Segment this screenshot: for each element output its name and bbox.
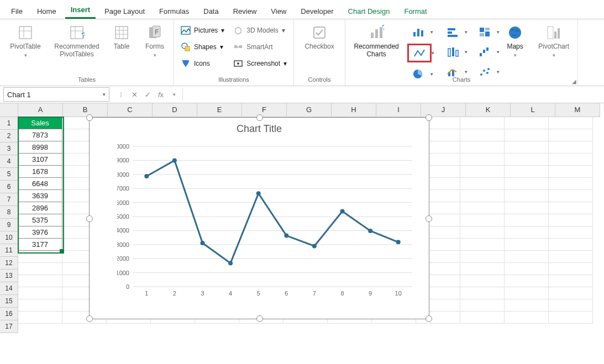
tab-developer[interactable]: Developer — [295, 4, 339, 19]
column-header[interactable]: G — [287, 103, 332, 117]
tab-data[interactable]: Data — [198, 4, 224, 19]
cell[interactable] — [505, 202, 549, 214]
column-chart-button[interactable]: ▾ — [407, 24, 429, 40]
cell[interactable] — [460, 299, 505, 312]
hierarchy-chart-button[interactable]: ▾ — [474, 24, 496, 40]
cell[interactable] — [18, 312, 62, 324]
column-header[interactable]: A — [18, 103, 63, 117]
row-header[interactable]: 11 — [0, 244, 18, 257]
pictures-button[interactable]: Pictures ▾ — [178, 24, 227, 37]
cell[interactable] — [18, 287, 62, 299]
column-header[interactable]: C — [108, 103, 153, 117]
pivot-table-button[interactable]: PivotTable ▾ — [4, 22, 46, 61]
tab-format[interactable]: Format — [398, 4, 432, 19]
cell[interactable] — [460, 154, 505, 166]
grid-body[interactable]: Sales78738998310716786648363928965375397… — [18, 117, 604, 324]
row-header[interactable]: 16 — [0, 308, 18, 320]
column-header[interactable]: K — [466, 103, 511, 117]
cancel-icon[interactable]: ✕ — [129, 91, 139, 99]
resize-handle[interactable] — [256, 114, 263, 121]
cell[interactable] — [460, 287, 505, 299]
waterfall-chart-button[interactable]: ▾ — [474, 44, 496, 60]
cell[interactable] — [460, 263, 505, 275]
cell[interactable] — [549, 251, 593, 263]
row-header[interactable]: 5 — [0, 168, 18, 181]
row-header[interactable]: 7 — [0, 193, 18, 206]
pivot-chart-button[interactable]: PivotChart ▾ — [534, 22, 573, 61]
row-header[interactable]: 6 — [0, 181, 18, 193]
tab-home[interactable]: Home — [31, 4, 62, 19]
column-header[interactable]: H — [332, 103, 376, 117]
3d-models-button[interactable]: 3D Models ▾ — [231, 24, 289, 37]
cell[interactable]: 8998 — [18, 141, 62, 154]
cell[interactable] — [505, 190, 549, 202]
row-header[interactable]: 12 — [0, 257, 18, 270]
row-header[interactable]: 15 — [0, 295, 18, 308]
chart-plot-area[interactable]: 0100020003000400050006000700080009000100… — [117, 143, 418, 297]
cell[interactable] — [549, 141, 593, 154]
maps-button[interactable]: Maps ▾ — [500, 22, 530, 61]
tab-file[interactable]: File — [6, 4, 28, 19]
tab-chart-design[interactable]: Chart Design — [343, 4, 396, 19]
cell[interactable] — [549, 154, 593, 166]
cell[interactable] — [505, 251, 549, 263]
cell[interactable] — [460, 251, 505, 263]
cell[interactable]: 6648 — [18, 178, 62, 190]
cell[interactable] — [505, 239, 549, 251]
cell[interactable] — [549, 129, 593, 141]
enter-icon[interactable]: ✓ — [143, 91, 153, 99]
cell[interactable] — [460, 202, 505, 214]
column-header[interactable]: D — [153, 103, 197, 117]
cell[interactable] — [460, 129, 505, 141]
chevron-down-icon[interactable]: ▾ — [169, 92, 179, 97]
cell[interactable] — [460, 239, 505, 251]
tab-review[interactable]: Review — [228, 4, 262, 19]
cell[interactable] — [505, 226, 549, 239]
cell[interactable] — [549, 202, 593, 214]
cell[interactable] — [549, 117, 593, 129]
row-header[interactable]: 2 — [0, 130, 18, 143]
cell[interactable] — [18, 251, 62, 263]
cell[interactable]: 3976 — [18, 226, 62, 239]
combo-chart-button[interactable]: ▾ — [442, 64, 464, 80]
bar-chart-button[interactable]: ▾ — [442, 24, 464, 40]
cell[interactable] — [505, 141, 549, 154]
row-header[interactable]: 14 — [0, 282, 18, 295]
cell[interactable]: 3107 — [18, 154, 62, 166]
shapes-button[interactable]: Shapes ▾ — [178, 40, 227, 54]
cell[interactable] — [505, 129, 549, 141]
cell[interactable] — [505, 299, 549, 312]
cell[interactable] — [460, 166, 505, 178]
column-header[interactable]: I — [376, 103, 421, 117]
column-header[interactable]: E — [197, 103, 242, 117]
statistic-chart-button[interactable]: ▾ — [442, 44, 464, 60]
scatter-chart-button[interactable]: ▾ — [474, 64, 496, 80]
cell[interactable] — [18, 299, 62, 312]
cell[interactable]: 3639 — [18, 190, 62, 202]
cell[interactable] — [460, 312, 505, 324]
cell[interactable]: 3177 — [18, 239, 62, 251]
tab-formulas[interactable]: Formulas — [154, 4, 195, 19]
row-header[interactable]: 13 — [0, 270, 18, 282]
cell[interactable] — [460, 117, 505, 129]
cell[interactable] — [505, 275, 549, 287]
column-header[interactable]: F — [242, 103, 287, 117]
cell[interactable] — [505, 154, 549, 166]
cell[interactable] — [460, 190, 505, 202]
tab-page-layout[interactable]: Page Layout — [99, 4, 150, 19]
tab-view[interactable]: View — [265, 4, 292, 19]
cell[interactable] — [505, 117, 549, 129]
cell[interactable]: 2896 — [18, 202, 62, 214]
cell[interactable]: 1678 — [18, 166, 62, 178]
forms-button[interactable]: F Forms ▾ — [140, 22, 169, 61]
cell[interactable] — [460, 141, 505, 154]
recommended-pivot-button[interactable]: ? Recommended PivotTables — [51, 22, 103, 60]
cell[interactable] — [460, 178, 505, 190]
cell[interactable] — [549, 312, 593, 324]
column-header[interactable]: M — [555, 103, 600, 117]
line-chart-button[interactable]: ▾ — [407, 44, 432, 62]
row-header[interactable]: 1 — [0, 117, 18, 130]
cell[interactable] — [505, 166, 549, 178]
column-header[interactable]: B — [63, 103, 108, 117]
cell[interactable] — [505, 178, 549, 190]
